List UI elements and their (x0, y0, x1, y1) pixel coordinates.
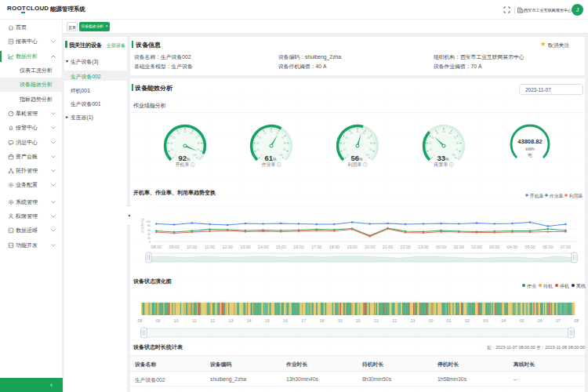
svg-text:起：2023-11-07 08:00:00 至：2023-1: 起：2023-11-07 08:00:00 至：2023-11-08 08:00… (487, 345, 585, 350)
svg-text:18: 18 (319, 318, 324, 323)
svg-text:22: 22 (392, 318, 397, 323)
svg-text:08: 08 (574, 318, 579, 323)
svg-text:03: 03 (483, 318, 488, 323)
svg-text:11:00: 11:00 (205, 245, 215, 249)
svg-text:kWh: kWh (526, 147, 535, 151)
svg-text:20: 20 (356, 318, 361, 323)
svg-text:100: 100 (193, 154, 197, 157)
svg-text:04: 04 (501, 318, 506, 323)
svg-text:07:00: 07:00 (561, 245, 571, 249)
svg-text:19: 19 (338, 318, 343, 323)
svg-text:01: 01 (447, 318, 452, 323)
svg-text:05:00: 05:00 (524, 245, 535, 249)
svg-text:100: 100 (279, 154, 283, 157)
svg-text:待机: 待机 (543, 284, 553, 289)
svg-text:15: 15 (265, 318, 270, 323)
svg-text:02: 02 (465, 318, 470, 323)
svg-text:09: 09 (156, 318, 161, 323)
svg-text:07: 07 (556, 318, 561, 323)
svg-text:16: 16 (283, 318, 288, 323)
svg-text:占比率(%): 占比率(%) (140, 218, 144, 233)
svg-text:闲置率 ⓘ: 闲置率 ⓘ (434, 162, 454, 168)
svg-text:00: 00 (429, 318, 434, 323)
svg-text:100: 100 (452, 154, 456, 157)
svg-text:作业率: 作业率 (549, 194, 564, 198)
svg-text:22:00: 22:00 (401, 245, 411, 249)
svg-text:14: 14 (247, 318, 252, 323)
svg-text:10:00: 10:00 (187, 245, 197, 249)
svg-text:开机率、作业率、利用率趋势变换: 开机率、作业率、利用率趋势变换 (132, 189, 216, 196)
svg-text:03:00: 03:00 (489, 245, 499, 249)
svg-text:06:00: 06:00 (543, 245, 553, 249)
svg-text:40: 40 (147, 233, 151, 236)
svg-text:14:00: 14:00 (258, 245, 268, 249)
svg-text:作业: 作业 (526, 284, 536, 289)
svg-text:23: 23 (410, 318, 415, 323)
svg-text:作业率 ⓘ: 作业率 ⓘ (260, 162, 281, 167)
svg-text:60: 60 (147, 229, 151, 232)
svg-text:06: 06 (538, 318, 543, 323)
svg-text:设备状态时长统计表: 设备状态时长统计表 (132, 343, 183, 350)
svg-text:12:00: 12:00 (223, 245, 233, 249)
svg-text:05: 05 (520, 318, 524, 323)
svg-text:利用率: 利用率 (569, 194, 583, 199)
svg-text:16:00: 16:00 (293, 245, 303, 249)
svg-text:09:00: 09:00 (169, 245, 179, 249)
svg-text:00:00: 00:00 (436, 245, 446, 249)
svg-text:18:00: 18:00 (329, 245, 339, 249)
svg-text:19:00: 19:00 (347, 245, 357, 249)
svg-text:08: 08 (137, 318, 142, 323)
svg-text:21: 21 (374, 318, 379, 323)
svg-text:08:00: 08:00 (151, 245, 162, 249)
svg-text:20: 20 (147, 237, 151, 240)
svg-text:100: 100 (146, 220, 151, 223)
svg-text:17: 17 (301, 318, 306, 323)
svg-text:21:00: 21:00 (383, 245, 393, 249)
svg-text:100: 100 (365, 154, 369, 157)
svg-text:离线: 离线 (576, 283, 586, 289)
svg-text:01:00: 01:00 (454, 245, 464, 249)
svg-text:12: 12 (210, 318, 215, 323)
svg-text:开机率: 开机率 (530, 194, 544, 199)
svg-text:13:00: 13:00 (240, 245, 250, 249)
svg-text:电: 电 (528, 153, 532, 158)
svg-text:利用率 ⓘ: 利用率 ⓘ (347, 162, 368, 168)
svg-text:0: 0 (149, 241, 151, 244)
svg-text:17:00: 17:00 (311, 245, 321, 249)
svg-text:02:00: 02:00 (471, 245, 481, 249)
svg-text:15:00: 15:00 (276, 245, 286, 249)
svg-text:43808.82: 43808.82 (517, 138, 542, 145)
svg-text:停机: 停机 (560, 284, 569, 289)
svg-text:开机率 ⓘ: 开机率 ⓘ (175, 162, 195, 167)
svg-text:23:00: 23:00 (418, 245, 428, 249)
svg-text:设备状态演化图: 设备状态演化图 (132, 278, 172, 285)
svg-text:10: 10 (174, 318, 179, 323)
svg-text:13: 13 (228, 318, 233, 323)
svg-text:80: 80 (147, 224, 151, 227)
svg-text:20:00: 20:00 (365, 245, 375, 249)
svg-text:11: 11 (192, 318, 197, 323)
svg-text:04:00: 04:00 (507, 245, 517, 249)
